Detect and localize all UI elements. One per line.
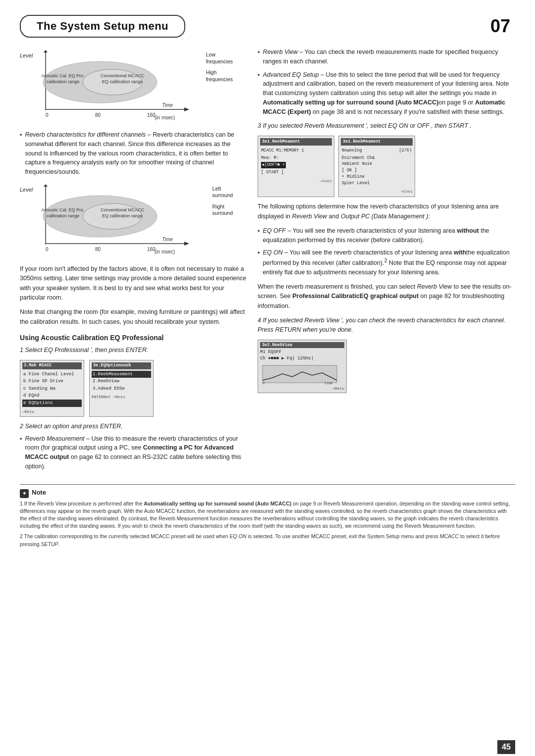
svg-text:(in msec): (in msec) (155, 115, 175, 120)
adv-eq-italic: Advanced EQ Setup (263, 71, 319, 78)
eq-on-text: – You will see the reverb characteristic… (263, 249, 509, 276)
screen1-item1: a Fine Chanel Level (22, 371, 82, 378)
svg-text:Conventional MCACC: Conventional MCACC (101, 207, 145, 212)
screen-reeb-measurement-1: 3e1.ReebMeament MCACC M1:MEMORY 1 Mea: M… (258, 136, 334, 197)
chapter-number: 07 (490, 16, 510, 37)
left-column: Level Lowfrequencies Highfrequencies (20, 48, 248, 474)
note-text-2: 2 The calibration corresponding to the c… (20, 533, 515, 548)
screen-mak-mcacc: 3.Mak MCACC a Fine Chanel Level b Fine S… (20, 360, 84, 417)
bullet1-italic: Reverb characteristics for different cha… (25, 131, 146, 138)
body-text-1: If your room isn't affected by the facto… (20, 264, 248, 303)
diagram2-svg: Acoustic Cal. EQ Pro. calibration range … (36, 184, 199, 256)
screen2-item2: 2.ReebView (92, 378, 151, 385)
level-label-2: Level (20, 187, 33, 193)
reverb-screen-footer: ⇨Retu (260, 386, 344, 391)
svg-marker-3 (44, 50, 48, 52)
note-text-1: 1 If the Reverb View procedure is perfor… (20, 500, 515, 530)
eq-off-text: – You will see the reverb characteristic… (263, 227, 489, 244)
svg-text:0: 0 (46, 247, 49, 252)
svg-text:EQ calibration range: EQ calibration range (102, 79, 143, 84)
reverb-view-italic: Reverb View (263, 49, 298, 55)
reverb-view-text: – You can check the reverb measurements … (263, 49, 498, 65)
footer-notes-area: ✦ Note 1 If the Reverb View procedure is… (20, 484, 515, 548)
eq-on-italic: EQ ON (263, 249, 282, 256)
svg-text:calibration range: calibration range (47, 213, 80, 218)
svg-text:Acoustic Cal. EQ Pro.: Acoustic Cal. EQ Pro. (41, 73, 84, 78)
reverb-screen-chart: 0 time (260, 363, 339, 385)
header-bar: The System Setup menu 07 (20, 15, 515, 38)
svg-text:time: time (324, 381, 333, 385)
svg-text:Time: Time (162, 237, 173, 242)
bullet-reverb-measurement: • Reverb Measurement – Use this to measu… (20, 434, 248, 471)
note-icon: ✦ (20, 489, 29, 498)
reverb-screen-row2: Ch ●■■■ ▶ Fq| 125Hz| (260, 355, 344, 361)
page-footer: 45 En (497, 740, 515, 756)
bullet-reverb-view: • Reverb View – You can check the reverb… (258, 48, 515, 66)
svg-text:EQ calibration range: EQ calibration range (102, 213, 143, 218)
screen1-item3: c Sanding Wa (22, 385, 82, 393)
svg-marker-18 (44, 184, 48, 187)
content-area: Level Lowfrequencies Highfrequencies (0, 38, 535, 474)
step2-italic: 2 Select an option and press ENTER. (20, 423, 123, 430)
screen1-item5: e EQOptions (22, 400, 82, 407)
reverb-view-screen-container: 3e2.ReebView M1 EQOFF Ch ●■■■ ▶ Fq| 125H… (258, 340, 515, 393)
bullet-eq-on: • EQ ON – You will see the reverb charac… (258, 248, 515, 277)
bullet-eq-off: • EQ OFF – You will see the reverb chara… (258, 226, 515, 245)
svg-text:Acoustic Cal. EQ Pro.: Acoustic Cal. EQ Pro. (41, 207, 84, 212)
body-text-2: Note that changing the room (for example… (20, 307, 248, 327)
screen-pair-reverb: 3e1.ReebMeament MCACC M1:MEMORY 1 Mea: M… (258, 136, 515, 197)
high-freq-label: Highfrequencies (206, 69, 233, 83)
section-heading: Using Acoustic Calibration EQ Profession… (20, 334, 248, 342)
svg-marker-17 (184, 242, 189, 246)
screen2-title: 3e.EQOptionsook (92, 362, 151, 369)
svg-text:80: 80 (95, 112, 101, 118)
svg-text:calibration range: calibration range (47, 79, 80, 84)
screens-row-1: 3.Mak MCACC a Fine Chanel Level b Fine S… (20, 360, 248, 417)
when-reverb-text: When the reverb measurement is finished,… (258, 282, 515, 311)
svg-rect-30 (263, 365, 337, 383)
svg-text:0: 0 (46, 112, 49, 118)
diagram1-svg: Acoustic Cal. EQ Pro. calibration range … (36, 50, 199, 122)
step-2: 2 Select an option and press ENTER. (20, 422, 248, 431)
right-column: • Reverb View – You can check the reverb… (258, 48, 515, 474)
diagram-1: Level Lowfrequencies Highfrequencies (20, 48, 248, 124)
svg-text:(in msec): (in msec) (155, 249, 175, 254)
page-title: The System Setup menu (20, 15, 185, 38)
svg-text:Conventional MCACC: Conventional MCACC (101, 73, 145, 78)
diagram-2: Level Leftsurround Rightsurround Acousti… (20, 182, 248, 258)
reverb-screen-row1: M1 EQOFF (260, 350, 344, 354)
screen2-item3: 3.Adeed EOSe (92, 385, 151, 393)
svg-text:80: 80 (95, 247, 101, 252)
screen-reeb-measurement-2: 3e1.ReebMeament NowAnlng(2/5) Eniroment … (338, 136, 415, 197)
note-header-row: ✦ Note (20, 489, 515, 498)
reverb-screen-title: 3e2.ReebView (260, 342, 344, 348)
step1-italic: 1 Select EQ Professional ', then press E… (20, 347, 148, 353)
page-number: 45 (497, 740, 515, 754)
right-surround-label: Rightsurround (213, 203, 233, 217)
svg-text:Time: Time (162, 102, 173, 108)
bullet-reverb-characteristics: • Reverb characteristics for different c… (20, 130, 248, 177)
screen1-footer: ⇨Retu (22, 409, 82, 414)
screen1-title: 3.Mak MCACC (22, 362, 82, 369)
screen-eq-options: 3e.EQOptionsook 1.ReebMeasement 2.ReebVi… (89, 360, 154, 417)
note-label: Note (32, 489, 46, 496)
reverb-meas-italic: Reverb Measurement (25, 435, 84, 442)
screen2-item1: 1.ReebMeasement (92, 371, 151, 378)
step-4: 4 If you selected Reverb View ', you can… (258, 316, 515, 335)
reverb-view-screen: 3e2.ReebView M1 EQOFF Ch ●■■■ ▶ Fq| 125H… (258, 340, 347, 393)
following-options-text: The following options determine how the … (258, 202, 515, 221)
svg-text:0: 0 (263, 381, 265, 385)
step-3: 3 If you selected Reverb Measurement ', … (258, 121, 515, 131)
screen2-footer: ENTERNot ⇨Retu (92, 394, 151, 400)
level-label-1: Level (20, 52, 33, 58)
svg-marker-2 (184, 107, 189, 111)
screen1-item2: b Fine SP Drive (22, 378, 82, 385)
step-1: 1 Select EQ Professional ', then press E… (20, 346, 248, 355)
low-freq-label: Lowfrequencies (206, 51, 233, 65)
bullet-advanced-eq: • Advanced EQ Setup – Use this to select… (258, 70, 515, 117)
eq-off-italic: EQ OFF (263, 227, 286, 234)
left-surround-label: Leftsurround (213, 186, 233, 199)
screen1-item4: d EQAd (22, 392, 82, 400)
